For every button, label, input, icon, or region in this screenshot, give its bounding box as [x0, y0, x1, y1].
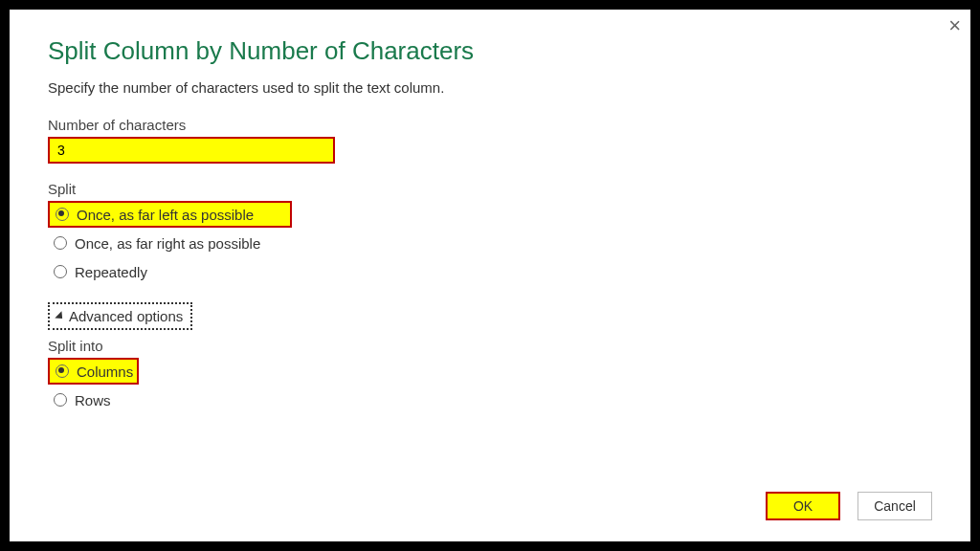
radio-icon [54, 236, 67, 250]
dialog-subtitle: Specify the number of characters used to… [48, 79, 932, 96]
split-option-repeat[interactable]: Repeatedly [48, 258, 932, 285]
expand-icon [55, 311, 65, 321]
split-into-radio-group: Columns Rows [48, 358, 932, 413]
radio-label: Once, as far right as possible [75, 235, 260, 252]
advanced-options-label: Advanced options [69, 308, 183, 324]
split-column-dialog: × Split Column by Number of Characters S… [10, 10, 970, 541]
ok-button[interactable]: OK [766, 492, 840, 520]
split-radio-group: Once, as far left as possible Once, as f… [48, 201, 932, 285]
num-characters-label: Number of characters [48, 117, 932, 133]
close-icon[interactable]: × [948, 13, 961, 38]
split-label: Split [48, 181, 932, 197]
radio-label: Once, as far left as possible [77, 207, 254, 223]
cancel-button[interactable]: Cancel [858, 492, 932, 520]
split-into-label: Split into [48, 338, 932, 354]
radio-icon [54, 393, 67, 407]
split-option-right[interactable]: Once, as far right as possible [48, 230, 932, 256]
radio-label: Rows [75, 392, 111, 408]
split-option-left[interactable]: Once, as far left as possible [48, 201, 292, 228]
num-characters-input[interactable] [48, 137, 335, 164]
advanced-options-toggle[interactable]: Advanced options [48, 302, 192, 330]
radio-icon [56, 208, 69, 221]
into-option-rows[interactable]: Rows [48, 386, 932, 413]
window-frame: × Split Column by Number of Characters S… [0, 0, 980, 551]
radio-label: Columns [77, 364, 133, 380]
radio-icon [56, 364, 69, 378]
dialog-title: Split Column by Number of Characters [48, 36, 932, 66]
into-option-columns[interactable]: Columns [48, 358, 139, 385]
radio-label: Repeatedly [75, 264, 147, 280]
dialog-footer: OK Cancel [766, 492, 932, 520]
radio-icon [54, 265, 67, 278]
